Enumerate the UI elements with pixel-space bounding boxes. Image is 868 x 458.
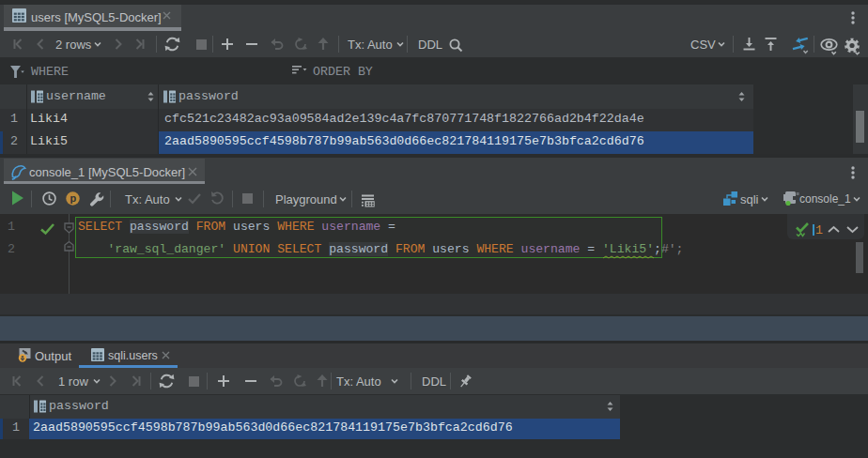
svg-text:p: p [70, 192, 76, 204]
